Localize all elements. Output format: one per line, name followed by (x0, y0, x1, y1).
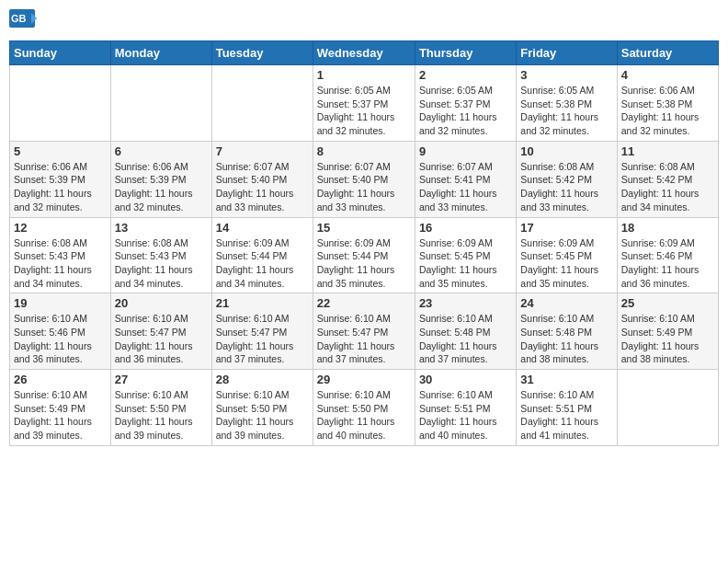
day-info: Sunrise: 6:10 AM Sunset: 5:47 PM Dayligh… (115, 312, 208, 366)
calendar-cell: 25Sunrise: 6:10 AM Sunset: 5:49 PM Dayli… (617, 293, 718, 370)
day-number: 16 (419, 221, 512, 235)
day-number: 7 (216, 144, 309, 158)
day-info: Sunrise: 6:10 AM Sunset: 5:47 PM Dayligh… (317, 312, 411, 366)
calendar-cell: 15Sunrise: 6:09 AM Sunset: 5:44 PM Dayli… (313, 217, 415, 293)
day-number: 8 (317, 144, 411, 158)
day-number: 3 (520, 68, 612, 82)
calendar-cell: 10Sunrise: 6:08 AM Sunset: 5:42 PM Dayli… (517, 141, 617, 217)
calendar-cell: 14Sunrise: 6:09 AM Sunset: 5:44 PM Dayli… (211, 217, 313, 293)
day-info: Sunrise: 6:08 AM Sunset: 5:42 PM Dayligh… (520, 160, 612, 214)
day-info: Sunrise: 6:09 AM Sunset: 5:44 PM Dayligh… (216, 236, 309, 291)
calendar-cell: 9Sunrise: 6:07 AM Sunset: 5:41 PM Daylig… (415, 141, 516, 217)
day-number: 5 (14, 144, 107, 158)
day-info: Sunrise: 6:10 AM Sunset: 5:49 PM Dayligh… (14, 388, 107, 442)
logo: GB (9, 9, 39, 35)
calendar-week-row: 12Sunrise: 6:08 AM Sunset: 5:43 PM Dayli… (10, 217, 719, 293)
day-number: 21 (216, 296, 309, 310)
day-number: 23 (419, 296, 512, 310)
day-number: 14 (216, 221, 309, 235)
calendar-cell: 3Sunrise: 6:05 AM Sunset: 5:38 PM Daylig… (517, 65, 617, 142)
day-info: Sunrise: 6:09 AM Sunset: 5:45 PM Dayligh… (419, 236, 512, 291)
day-number: 31 (520, 373, 612, 386)
calendar-cell (10, 65, 111, 142)
day-of-week-header: Tuesday (211, 41, 313, 65)
calendar-cell: 27Sunrise: 6:10 AM Sunset: 5:50 PM Dayli… (110, 370, 211, 446)
day-number: 6 (115, 144, 208, 158)
calendar-cell: 21Sunrise: 6:10 AM Sunset: 5:47 PM Dayli… (211, 293, 313, 370)
calendar-cell: 8Sunrise: 6:07 AM Sunset: 5:40 PM Daylig… (313, 141, 415, 217)
day-info: Sunrise: 6:10 AM Sunset: 5:49 PM Dayligh… (621, 312, 714, 366)
calendar-cell: 30Sunrise: 6:10 AM Sunset: 5:51 PM Dayli… (415, 370, 516, 446)
day-info: Sunrise: 6:05 AM Sunset: 5:37 PM Dayligh… (419, 84, 512, 138)
calendar-week-row: 26Sunrise: 6:10 AM Sunset: 5:49 PM Dayli… (10, 370, 719, 446)
day-info: Sunrise: 6:06 AM Sunset: 5:38 PM Dayligh… (621, 84, 714, 138)
day-number: 12 (14, 221, 107, 235)
calendar-cell: 20Sunrise: 6:10 AM Sunset: 5:47 PM Dayli… (110, 293, 211, 370)
day-number: 30 (419, 373, 512, 386)
day-info: Sunrise: 6:10 AM Sunset: 5:51 PM Dayligh… (520, 388, 612, 442)
day-info: Sunrise: 6:09 AM Sunset: 5:44 PM Dayligh… (317, 236, 411, 291)
calendar-cell: 23Sunrise: 6:10 AM Sunset: 5:48 PM Dayli… (415, 293, 516, 370)
calendar-cell: 22Sunrise: 6:10 AM Sunset: 5:47 PM Dayli… (313, 293, 415, 370)
day-info: Sunrise: 6:05 AM Sunset: 5:38 PM Dayligh… (520, 84, 612, 138)
calendar-cell: 24Sunrise: 6:10 AM Sunset: 5:48 PM Dayli… (517, 293, 617, 370)
day-info: Sunrise: 6:10 AM Sunset: 5:48 PM Dayligh… (419, 312, 512, 366)
day-info: Sunrise: 6:10 AM Sunset: 5:48 PM Dayligh… (520, 312, 612, 366)
day-number: 18 (621, 221, 714, 235)
calendar-header-row: SundayMondayTuesdayWednesdayThursdayFrid… (10, 41, 719, 65)
day-number: 9 (419, 144, 512, 158)
calendar-cell (110, 65, 211, 142)
calendar-cell: 12Sunrise: 6:08 AM Sunset: 5:43 PM Dayli… (10, 217, 111, 293)
day-info: Sunrise: 6:05 AM Sunset: 5:37 PM Dayligh… (317, 84, 411, 138)
calendar-cell: 17Sunrise: 6:09 AM Sunset: 5:45 PM Dayli… (517, 217, 617, 293)
day-number: 17 (520, 221, 612, 235)
calendar-cell: 5Sunrise: 6:06 AM Sunset: 5:39 PM Daylig… (10, 141, 111, 217)
day-info: Sunrise: 6:07 AM Sunset: 5:40 PM Dayligh… (216, 160, 309, 214)
day-info: Sunrise: 6:10 AM Sunset: 5:51 PM Dayligh… (419, 388, 512, 442)
day-of-week-header: Sunday (10, 41, 111, 65)
day-number: 26 (14, 373, 107, 386)
calendar-cell: 4Sunrise: 6:06 AM Sunset: 5:38 PM Daylig… (617, 65, 718, 142)
calendar-cell: 28Sunrise: 6:10 AM Sunset: 5:50 PM Dayli… (211, 370, 313, 446)
day-number: 20 (115, 296, 208, 310)
day-info: Sunrise: 6:08 AM Sunset: 5:43 PM Dayligh… (115, 236, 208, 291)
day-info: Sunrise: 6:07 AM Sunset: 5:40 PM Dayligh… (317, 160, 411, 214)
day-of-week-header: Monday (110, 41, 211, 65)
day-number: 11 (621, 144, 714, 158)
calendar-cell: 11Sunrise: 6:08 AM Sunset: 5:42 PM Dayli… (617, 141, 718, 217)
day-number: 27 (115, 373, 208, 386)
calendar-cell: 29Sunrise: 6:10 AM Sunset: 5:50 PM Dayli… (313, 370, 415, 446)
day-number: 15 (317, 221, 411, 235)
calendar-cell: 1Sunrise: 6:05 AM Sunset: 5:37 PM Daylig… (313, 65, 415, 142)
day-info: Sunrise: 6:09 AM Sunset: 5:45 PM Dayligh… (520, 236, 612, 291)
day-number: 29 (317, 373, 411, 386)
day-number: 28 (216, 373, 309, 386)
calendar-cell: 26Sunrise: 6:10 AM Sunset: 5:49 PM Dayli… (10, 370, 111, 446)
day-info: Sunrise: 6:10 AM Sunset: 5:50 PM Dayligh… (115, 388, 208, 442)
day-info: Sunrise: 6:10 AM Sunset: 5:50 PM Dayligh… (216, 388, 309, 442)
calendar-cell: 2Sunrise: 6:05 AM Sunset: 5:37 PM Daylig… (415, 65, 516, 142)
day-info: Sunrise: 6:09 AM Sunset: 5:46 PM Dayligh… (621, 236, 714, 291)
calendar-cell: 7Sunrise: 6:07 AM Sunset: 5:40 PM Daylig… (211, 141, 313, 217)
day-number: 4 (621, 68, 714, 82)
day-number: 24 (520, 296, 612, 310)
svg-text:GB: GB (11, 13, 27, 24)
day-of-week-header: Thursday (415, 41, 516, 65)
day-info: Sunrise: 6:10 AM Sunset: 5:46 PM Dayligh… (14, 312, 107, 366)
day-info: Sunrise: 6:06 AM Sunset: 5:39 PM Dayligh… (115, 160, 208, 214)
logo-icon: GB (9, 9, 37, 35)
calendar-week-row: 1Sunrise: 6:05 AM Sunset: 5:37 PM Daylig… (10, 65, 719, 142)
day-number: 1 (317, 68, 411, 82)
day-number: 22 (317, 296, 411, 310)
day-info: Sunrise: 6:10 AM Sunset: 5:47 PM Dayligh… (216, 312, 309, 366)
calendar-cell: 16Sunrise: 6:09 AM Sunset: 5:45 PM Dayli… (415, 217, 516, 293)
calendar-cell: 18Sunrise: 6:09 AM Sunset: 5:46 PM Dayli… (617, 217, 718, 293)
day-number: 25 (621, 296, 714, 310)
calendar-cell (211, 65, 313, 142)
calendar-table: SundayMondayTuesdayWednesdayThursdayFrid… (9, 40, 719, 446)
day-info: Sunrise: 6:07 AM Sunset: 5:41 PM Dayligh… (419, 160, 512, 214)
day-info: Sunrise: 6:06 AM Sunset: 5:39 PM Dayligh… (14, 160, 107, 214)
day-number: 2 (419, 68, 512, 82)
calendar-week-row: 19Sunrise: 6:10 AM Sunset: 5:46 PM Dayli… (10, 293, 719, 370)
day-of-week-header: Friday (517, 41, 617, 65)
